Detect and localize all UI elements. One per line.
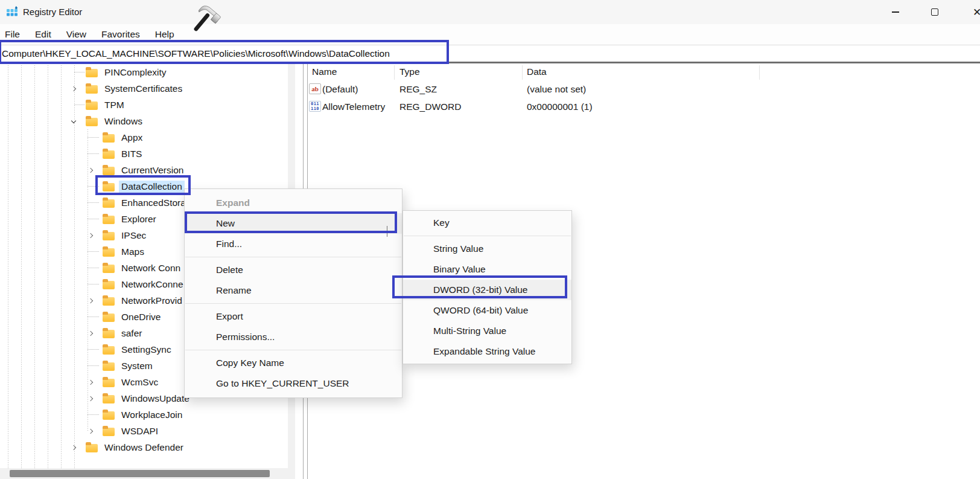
menu-item-label: DWORD (32-bit) Value xyxy=(433,285,527,295)
submenu-item-multi-string-value[interactable]: Multi-String Value xyxy=(403,321,571,341)
context-menu-item-delete[interactable]: Delete xyxy=(185,260,402,280)
menu-item-label: Permissions... xyxy=(216,332,275,342)
tree-item-pincomplexity[interactable]: PINComplexity xyxy=(0,64,288,80)
menu-file[interactable]: File xyxy=(5,29,20,40)
tree-item-label: Windows Defender xyxy=(102,442,186,454)
menu-favorites[interactable]: Favorites xyxy=(101,29,140,40)
context-menu-item-new[interactable]: New xyxy=(185,213,402,234)
menu-view[interactable]: View xyxy=(66,29,86,40)
tree-item-currentversion[interactable]: CurrentVersion xyxy=(0,162,288,178)
tree-connector xyxy=(87,365,103,366)
menu-edit[interactable]: Edit xyxy=(35,29,51,40)
folder-icon xyxy=(86,101,98,110)
context-menu-item-copy-key-name[interactable]: Copy Key Name xyxy=(185,353,402,373)
menu-help[interactable]: Help xyxy=(155,29,174,40)
chevron-right-icon[interactable] xyxy=(87,429,103,433)
chevron-right-icon[interactable] xyxy=(87,299,103,303)
tree-item-windows[interactable]: Windows xyxy=(0,113,288,129)
folder-icon xyxy=(86,69,98,77)
maximize-button[interactable] xyxy=(921,0,949,24)
address-bar[interactable]: Computer\HKEY_LOCAL_MACHINE\SOFTWARE\Pol… xyxy=(0,45,980,62)
folder-icon xyxy=(103,411,115,420)
submenu-item-expandable-string-value[interactable]: Expandable String Value xyxy=(403,341,571,362)
folder-icon xyxy=(103,330,115,338)
chevron-right-icon[interactable] xyxy=(87,234,103,237)
context-menu-item-rename[interactable]: Rename xyxy=(185,280,402,301)
registry-editor-icon xyxy=(6,6,19,19)
tree-horizontal-scrollbar[interactable] xyxy=(0,468,288,479)
column-header-data[interactable]: Data xyxy=(527,63,547,80)
tree-item-label: OneDrive xyxy=(119,311,163,323)
registry-value-row[interactable]: ab(Default)REG_SZ(value not set) xyxy=(308,80,980,98)
tree-item-label: Explorer xyxy=(119,213,159,225)
close-button[interactable]: ✕ xyxy=(963,0,980,24)
tree-item-label: Network Conn xyxy=(119,262,183,274)
tree-item-label: WorkplaceJoin xyxy=(119,409,185,421)
chevron-right-icon[interactable] xyxy=(70,87,86,91)
folder-icon xyxy=(86,118,98,126)
chevron-right-icon[interactable] xyxy=(87,169,103,172)
context-menu-item-find[interactable]: Find... xyxy=(185,234,402,254)
submenu-item-binary-value[interactable]: Binary Value xyxy=(403,259,571,280)
folder-icon xyxy=(103,362,115,371)
tree-item-label: WcmSvc xyxy=(119,376,161,388)
chevron-right-icon[interactable] xyxy=(87,397,103,400)
maximize-icon xyxy=(931,8,938,16)
tree-item-label: Windows xyxy=(102,115,145,127)
value-type: REG_SZ xyxy=(399,80,437,98)
tree-item-wsdapi[interactable]: WSDAPI xyxy=(0,423,288,439)
column-divider[interactable] xyxy=(394,65,395,80)
tree-item-label: NetworkProvid xyxy=(119,295,185,307)
tree-item-workplacejoin[interactable]: WorkplaceJoin xyxy=(0,407,288,423)
chevron-right-icon[interactable] xyxy=(87,381,103,384)
tree-item-label: Appx xyxy=(119,132,145,144)
menu-item-label: Export xyxy=(216,311,243,321)
tree-item-windows-defender[interactable]: Windows Defender xyxy=(0,439,288,455)
tree-connector xyxy=(87,268,103,268)
tree-item-appx[interactable]: Appx xyxy=(0,129,288,146)
column-header-name[interactable]: Name xyxy=(312,63,337,80)
value-type: REG_DWORD xyxy=(399,98,461,115)
column-divider[interactable] xyxy=(759,65,760,80)
submenu-item-key[interactable]: Key xyxy=(403,213,571,233)
submenu-item-dword-32-bit-value[interactable]: DWORD (32-bit) Value xyxy=(403,280,571,300)
menu-item-label: String Value xyxy=(433,243,483,254)
menu-separator xyxy=(185,350,401,350)
column-header-type[interactable]: Type xyxy=(399,63,420,80)
menu-item-label: Copy Key Name xyxy=(216,358,284,368)
folder-icon xyxy=(103,313,115,322)
submenu-item-string-value[interactable]: String Value xyxy=(403,239,571,259)
tree-item-label: Maps xyxy=(119,246,147,258)
folder-icon xyxy=(103,167,115,175)
chevron-down-icon[interactable] xyxy=(70,120,86,123)
column-divider[interactable] xyxy=(522,65,523,80)
dword-value-icon: 011 110 xyxy=(309,101,321,112)
chevron-right-icon[interactable] xyxy=(87,332,103,335)
menu-item-label: Rename xyxy=(216,285,252,295)
tree-item-label: SettingSync xyxy=(119,344,174,356)
tree-item-label: SystemCertificates xyxy=(102,83,185,95)
tree-connector xyxy=(87,317,103,317)
scrollbar-thumb[interactable] xyxy=(10,470,270,477)
folder-icon xyxy=(86,444,98,452)
value-data: 0x00000001 (1) xyxy=(527,98,593,115)
tree-item-label: PINComplexity xyxy=(102,66,169,79)
context-menu-item-permissions[interactable]: Permissions... xyxy=(185,327,402,347)
folder-icon xyxy=(103,232,115,240)
folder-icon xyxy=(103,281,115,289)
submenu-item-qword-64-bit-value[interactable]: QWORD (64-bit) Value xyxy=(403,300,571,321)
minimize-icon xyxy=(892,11,899,13)
tree-connector xyxy=(87,137,103,138)
folder-icon xyxy=(103,216,115,224)
tree-item-bits[interactable]: BITS xyxy=(0,146,288,162)
tree-item-systemcertificates[interactable]: SystemCertificates xyxy=(0,80,288,97)
context-menu-item-go-to-hkey-current-user[interactable]: Go to HKEY_CURRENT_USER xyxy=(185,373,402,394)
tree-item-label: NetworkConne xyxy=(119,278,186,291)
menu-separator xyxy=(404,236,571,236)
chevron-right-icon[interactable] xyxy=(70,446,86,449)
registry-value-row[interactable]: 011 110AllowTelemetryREG_DWORD0x00000001… xyxy=(308,98,980,115)
minimize-button[interactable] xyxy=(882,0,909,24)
tree-item-tpm[interactable]: TPM xyxy=(0,97,288,113)
context-menu-item-export[interactable]: Export xyxy=(185,306,402,327)
folder-icon xyxy=(103,428,115,436)
